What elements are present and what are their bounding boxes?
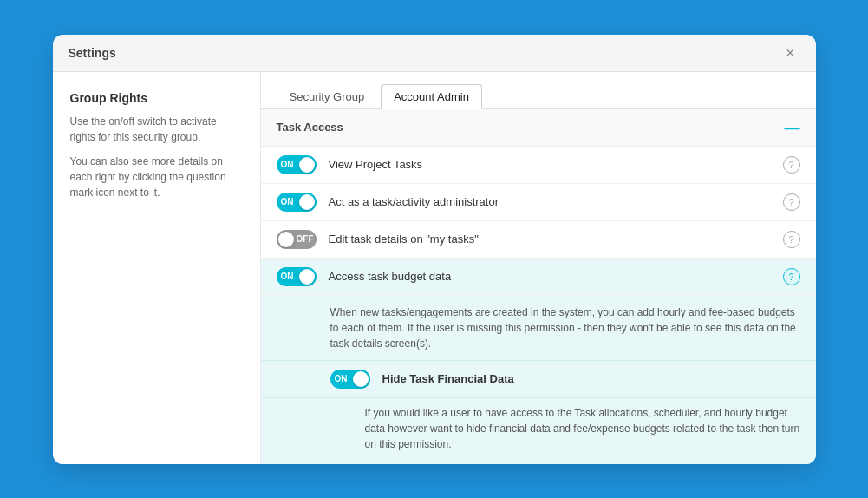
toggle-knob bbox=[278, 232, 294, 247]
permission-row-access-task-budget: ON Access task budget data ? bbox=[261, 259, 816, 296]
toggle-on-label: ON bbox=[281, 160, 294, 169]
modal-header: Settings × bbox=[53, 35, 816, 72]
permission-label-view-project-tasks: View Project Tasks bbox=[329, 158, 771, 171]
tab-security-group[interactable]: Security Group bbox=[277, 84, 378, 109]
help-icon-act-as-task-admin[interactable]: ? bbox=[783, 193, 800, 211]
toggle-track[interactable]: ON bbox=[277, 155, 317, 174]
toggle-on-label: ON bbox=[281, 272, 294, 281]
expanded-detail-text: When new tasks/engagements are created i… bbox=[330, 305, 800, 351]
permission-label-access-task-budget: Access task budget data bbox=[329, 270, 771, 283]
toggle-knob bbox=[353, 371, 369, 387]
modal-body: Group Rights Use the on/off switch to ac… bbox=[53, 72, 816, 464]
task-access-section: Task Access — ON View Project Tasks ? bbox=[261, 109, 816, 464]
toggle-act-as-task-admin[interactable]: ON bbox=[277, 193, 317, 212]
toggle-track[interactable]: ON bbox=[277, 193, 317, 212]
toggle-knob bbox=[299, 269, 315, 285]
toggle-hide-task-financial[interactable]: ON bbox=[330, 370, 370, 389]
tab-account-admin[interactable]: Account Admin bbox=[381, 84, 482, 109]
sidebar: Group Rights Use the on/off switch to ac… bbox=[53, 72, 261, 464]
sub-permission-label-hide-task-financial: Hide Task Financial Data bbox=[382, 372, 800, 385]
toggle-edit-task-details[interactable]: OFF bbox=[277, 230, 317, 249]
permission-row-edit-task-details: OFF Edit task details on "my tasks" ? bbox=[261, 221, 816, 259]
toggle-on-label: ON bbox=[281, 197, 294, 206]
permission-row-act-as-task-admin: ON Act as a task/activity administrator … bbox=[261, 184, 816, 221]
section-header: Task Access — bbox=[261, 109, 816, 147]
permission-label-edit-task-details: Edit task details on "my tasks" bbox=[329, 233, 771, 246]
toggle-on-label: ON bbox=[335, 374, 348, 383]
section-title: Task Access bbox=[277, 121, 343, 134]
toggle-view-project-tasks[interactable]: ON bbox=[277, 155, 317, 174]
close-button[interactable]: × bbox=[780, 43, 800, 62]
sidebar-desc2: You can also see more details on each ri… bbox=[70, 154, 243, 200]
sidebar-desc1: Use the on/off switch to activate rights… bbox=[70, 114, 243, 145]
toggle-track[interactable]: ON bbox=[277, 267, 317, 286]
permission-label-act-as-task-admin: Act as a task/activity administrator bbox=[329, 195, 771, 208]
sidebar-title: Group Rights bbox=[70, 91, 243, 105]
toggle-access-task-budget[interactable]: ON bbox=[277, 267, 317, 286]
sub-expanded-detail-text: If you would like a user to have access … bbox=[365, 405, 800, 452]
toggle-track[interactable]: ON bbox=[330, 370, 370, 389]
settings-modal: Settings × Group Rights Use the on/off s… bbox=[53, 35, 816, 464]
tabs-bar: Security Group Account Admin bbox=[261, 72, 816, 109]
collapse-button[interactable]: — bbox=[785, 120, 800, 135]
help-icon-edit-task-details[interactable]: ? bbox=[783, 231, 800, 248]
content-area: Security Group Account Admin Task Access… bbox=[261, 72, 816, 464]
toggle-track[interactable]: OFF bbox=[277, 230, 317, 249]
help-icon-access-task-budget[interactable]: ? bbox=[783, 268, 800, 285]
help-icon-view-project-tasks[interactable]: ? bbox=[783, 156, 800, 174]
permission-row-view-project-tasks: ON View Project Tasks ? bbox=[261, 147, 816, 184]
toggle-knob bbox=[299, 194, 315, 210]
toggle-off-label: OFF bbox=[297, 234, 314, 244]
sub-permission-hide-task-financial: ON Hide Task Financial Data bbox=[261, 361, 816, 398]
expanded-detail-access-task-budget: When new tasks/engagements are created i… bbox=[261, 296, 816, 361]
sub-expanded-detail-hide-task-financial: If you would like a user to have access … bbox=[261, 398, 816, 464]
modal-title: Settings bbox=[69, 46, 116, 60]
toggle-knob bbox=[299, 157, 315, 173]
